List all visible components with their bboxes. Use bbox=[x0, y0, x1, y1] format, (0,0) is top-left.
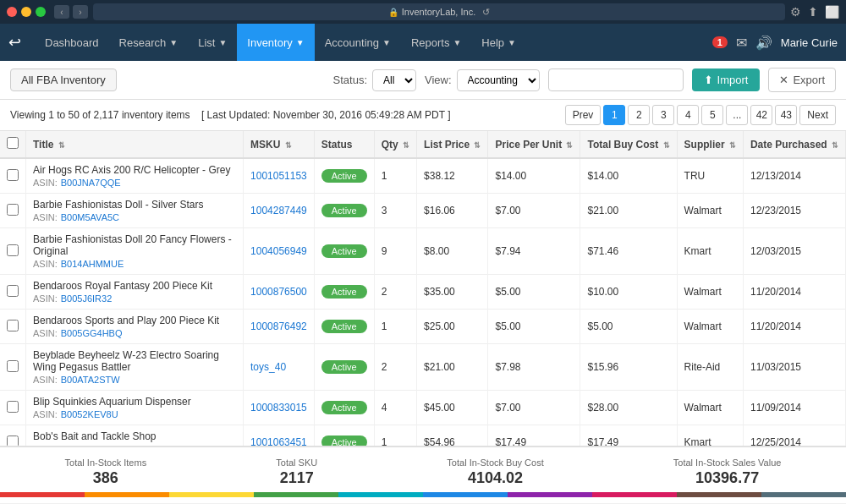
address-bar[interactable]: 🔒 InventoryLab, Inc. ↺ bbox=[93, 3, 785, 20]
close-traffic-light[interactable] bbox=[7, 7, 17, 17]
msku-link[interactable]: 1001063451 bbox=[250, 436, 307, 446]
user-name[interactable]: Marie Curie bbox=[781, 36, 838, 49]
row-checkbox[interactable] bbox=[0, 158, 26, 194]
nav-item-list[interactable]: List ▼ bbox=[188, 24, 237, 61]
msku-link[interactable]: toys_40 bbox=[250, 361, 286, 373]
row-msku[interactable]: 1000876500 bbox=[244, 275, 315, 310]
nav-item-help[interactable]: Help ▼ bbox=[471, 24, 526, 61]
minimize-traffic-light[interactable] bbox=[21, 7, 31, 17]
back-button[interactable]: ‹ bbox=[54, 5, 69, 19]
msku-link[interactable]: 1004056949 bbox=[250, 245, 307, 257]
page-3-button[interactable]: 3 bbox=[652, 105, 674, 125]
share-icon[interactable]: ⬆ bbox=[808, 5, 818, 19]
row-msku[interactable]: toys_40 bbox=[244, 344, 315, 391]
page-1-button[interactable]: 1 bbox=[603, 105, 625, 125]
forward-button[interactable]: › bbox=[73, 5, 88, 19]
view-select[interactable]: Accounting bbox=[457, 69, 540, 91]
row-checkbox[interactable] bbox=[0, 310, 26, 344]
col-title[interactable]: Title ⇅ bbox=[26, 131, 244, 158]
reload-icon[interactable]: ↺ bbox=[482, 7, 490, 18]
nav-item-accounting[interactable]: Accounting ▼ bbox=[315, 24, 401, 61]
page-5-button[interactable]: 5 bbox=[701, 105, 723, 125]
nav-item-research[interactable]: Research ▼ bbox=[109, 24, 189, 61]
asin-link[interactable]: B00M5AVA5C bbox=[61, 212, 119, 222]
status-select[interactable]: All bbox=[372, 69, 416, 91]
col-msku[interactable]: MSKU ⇅ bbox=[244, 131, 315, 158]
row-select-checkbox[interactable] bbox=[7, 401, 19, 413]
row-msku[interactable]: 1004056949 bbox=[244, 228, 315, 275]
nav-logo[interactable]: ↩ bbox=[8, 33, 21, 52]
page-42-button[interactable]: 42 bbox=[750, 105, 772, 125]
row-msku[interactable]: 1001051153 bbox=[244, 158, 315, 194]
row-select-checkbox[interactable] bbox=[7, 244, 19, 256]
row-msku[interactable]: 1000833015 bbox=[244, 391, 315, 425]
all-fba-inventory-button[interactable]: All FBA Inventory bbox=[10, 68, 117, 91]
row-msku[interactable]: 1001063451 bbox=[244, 425, 315, 446]
row-date-purchased: 11/20/2014 bbox=[743, 275, 845, 310]
msku-link[interactable]: 1000876492 bbox=[250, 320, 307, 332]
x-icon: ✕ bbox=[779, 74, 788, 86]
col-qty[interactable]: Qty ⇅ bbox=[374, 131, 416, 158]
window-icon[interactable]: ⬜ bbox=[825, 5, 839, 19]
col-supplier[interactable]: Supplier ⇅ bbox=[677, 131, 743, 158]
col-list-price[interactable]: List Price ⇅ bbox=[417, 131, 488, 158]
row-status: Active bbox=[314, 228, 374, 275]
volume-icon[interactable]: 🔊 bbox=[755, 35, 772, 51]
asin-link[interactable]: B014AHMMUE bbox=[61, 259, 124, 269]
page-43-button[interactable]: 43 bbox=[775, 105, 797, 125]
row-checkbox[interactable] bbox=[0, 275, 26, 310]
asin-link[interactable]: B0052KEV8U bbox=[61, 409, 118, 419]
row-select-checkbox[interactable] bbox=[7, 169, 19, 181]
row-date-purchased: 12/25/2014 bbox=[743, 425, 845, 446]
row-select-checkbox[interactable] bbox=[7, 320, 19, 331]
row-total-buy-cost: $15.96 bbox=[580, 344, 677, 391]
msku-link[interactable]: 1004287449 bbox=[250, 205, 307, 216]
row-checkbox[interactable] bbox=[0, 194, 26, 228]
row-checkbox[interactable] bbox=[0, 391, 26, 425]
import-button[interactable]: ⬆ Import bbox=[692, 68, 761, 91]
col-total-buy-cost[interactable]: Total Buy Cost ⇅ bbox=[580, 131, 677, 158]
nav-item-reports[interactable]: Reports ▼ bbox=[401, 24, 471, 61]
row-price-per-unit: $7.00 bbox=[488, 194, 580, 228]
row-price-per-unit: $7.98 bbox=[488, 344, 580, 391]
asin-link[interactable]: B005GG4HBQ bbox=[61, 328, 123, 338]
row-select-checkbox[interactable] bbox=[7, 436, 19, 446]
row-checkbox[interactable] bbox=[0, 228, 26, 275]
search-input[interactable] bbox=[548, 68, 684, 91]
item-title: Bendaroos Royal Fantasy 200 Piece Kit bbox=[33, 280, 236, 292]
maximize-traffic-light[interactable] bbox=[36, 7, 46, 17]
row-list-price: $8.00 bbox=[417, 228, 488, 275]
page-4-button[interactable]: 4 bbox=[677, 105, 699, 125]
export-button[interactable]: ✕ Export bbox=[768, 68, 836, 92]
notification-badge[interactable]: 1 bbox=[712, 36, 728, 48]
row-msku[interactable]: 1000876492 bbox=[244, 310, 315, 344]
row-checkbox[interactable] bbox=[0, 425, 26, 446]
col-price-per-unit[interactable]: Price Per Unit ⇅ bbox=[488, 131, 580, 158]
row-price-per-unit: $17.49 bbox=[488, 425, 580, 446]
row-msku[interactable]: 1004287449 bbox=[244, 194, 315, 228]
row-select-checkbox[interactable] bbox=[7, 204, 19, 216]
bar-segment bbox=[677, 492, 761, 497]
page-2-button[interactable]: 2 bbox=[628, 105, 650, 125]
select-all-checkbox[interactable] bbox=[7, 137, 19, 149]
asin-link[interactable]: B00ATA2STW bbox=[61, 375, 120, 385]
mail-icon[interactable]: ✉ bbox=[736, 35, 747, 51]
prev-page-button[interactable]: Prev bbox=[565, 105, 602, 125]
row-select-checkbox[interactable] bbox=[7, 360, 19, 372]
col-status[interactable]: Status bbox=[314, 131, 374, 158]
asin-link[interactable]: B00JNA7QQE bbox=[61, 178, 121, 188]
chevron-down-icon: ▼ bbox=[218, 38, 227, 47]
row-total-buy-cost: $10.00 bbox=[580, 275, 677, 310]
asin-link[interactable]: B005J6IR32 bbox=[61, 293, 113, 304]
asin-link[interactable]: B00RCF25YA bbox=[61, 444, 118, 446]
msku-link[interactable]: 1000833015 bbox=[250, 402, 307, 414]
col-date-purchased[interactable]: Date Purchased ⇅ bbox=[743, 131, 845, 158]
row-checkbox[interactable] bbox=[0, 344, 26, 391]
settings-icon[interactable]: ⚙ bbox=[790, 5, 801, 19]
nav-item-dashboard[interactable]: Dashboard bbox=[35, 24, 109, 61]
row-select-checkbox[interactable] bbox=[7, 285, 19, 297]
next-page-button[interactable]: Next bbox=[799, 105, 836, 125]
msku-link[interactable]: 1001051153 bbox=[250, 170, 307, 182]
nav-item-inventory[interactable]: Inventory ▼ bbox=[237, 24, 314, 61]
msku-link[interactable]: 1000876500 bbox=[250, 286, 307, 298]
